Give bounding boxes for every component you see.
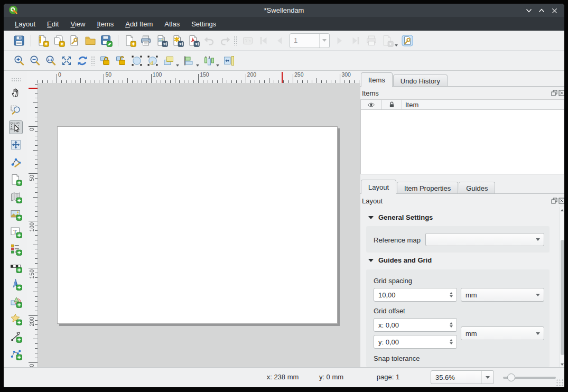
minimize-button[interactable]	[524, 6, 534, 15]
edit-nodes-item-button[interactable]	[9, 155, 23, 169]
new-layout-icon	[36, 34, 49, 47]
zoom-slider-handle[interactable]	[507, 374, 515, 381]
print-atlas-button[interactable]	[365, 34, 378, 48]
add-page-button[interactable]	[9, 173, 23, 186]
save-project-button[interactable]	[12, 34, 26, 48]
align-selected-items-button[interactable]	[182, 54, 195, 68]
duplicate-layout-button[interactable]	[52, 34, 66, 48]
close-button[interactable]	[550, 6, 559, 15]
atlas-feature-combo[interactable]: 1	[290, 33, 330, 48]
zoom-full-extent-button[interactable]	[60, 54, 73, 68]
layout-panel-scrollbar[interactable]	[559, 207, 564, 368]
add-pages-button[interactable]	[123, 34, 137, 48]
load-from-template-button[interactable]	[83, 34, 97, 48]
last-feature-button[interactable]	[349, 34, 362, 48]
refresh-view-button[interactable]	[76, 54, 89, 68]
print-layout-button[interactable]	[139, 34, 153, 48]
export-as-svg-button[interactable]	[171, 34, 184, 48]
unlock-all-items-button[interactable]	[114, 54, 128, 68]
add-legend-button[interactable]	[9, 242, 23, 256]
layout-dock-float-button[interactable]	[551, 198, 557, 204]
grid-spacing-input[interactable]: 10,00	[374, 288, 457, 302]
menu-add-item[interactable]: Add Item	[119, 18, 159, 30]
page-paper[interactable]	[57, 126, 338, 324]
select-move-item-button[interactable]	[9, 120, 23, 134]
add-map-button[interactable]	[9, 190, 23, 204]
column-item[interactable]: Item	[402, 100, 564, 109]
grid-spacing-unit-combo[interactable]: mm	[461, 288, 544, 302]
new-layout-button[interactable]	[36, 34, 50, 48]
dropdown-caret-icon	[216, 64, 219, 67]
move-item-content-button[interactable]	[9, 138, 23, 152]
items-dock-float-button[interactable]	[551, 90, 557, 96]
add-node-item-button[interactable]	[9, 347, 23, 361]
items-dock-close-button[interactable]	[558, 90, 564, 96]
tab-undo-history[interactable]: Undo History	[393, 74, 448, 87]
grid-offset-x-input[interactable]: x: 0,00	[374, 318, 457, 332]
section-guides-and-grid[interactable]: Guides and Grid	[368, 256, 432, 264]
zoom-level-combo[interactable]: 35.6%	[431, 370, 494, 384]
raise-selected-items-button[interactable]	[162, 54, 175, 68]
pan-layout-button[interactable]	[9, 86, 23, 99]
add-north-arrow-button[interactable]	[9, 277, 23, 291]
maximize-button[interactable]	[537, 6, 546, 15]
zoom-out-button[interactable]	[28, 54, 42, 68]
add-marker-button[interactable]	[9, 312, 23, 326]
grid-offset-y-input[interactable]: y: 0,00	[374, 335, 457, 349]
grid-offset-unit-combo[interactable]: mm	[461, 326, 544, 340]
spinner-buttons[interactable]	[446, 339, 457, 344]
add-label-button[interactable]: T	[9, 225, 23, 239]
scroll-up-button[interactable]	[560, 207, 564, 213]
previous-feature-button[interactable]	[273, 34, 286, 48]
select-all-items-button[interactable]	[130, 54, 144, 68]
spinner-buttons[interactable]	[446, 292, 457, 297]
distribute-selected-items-button[interactable]	[202, 54, 216, 68]
next-feature-button[interactable]	[333, 34, 347, 48]
tab-item-properties[interactable]: Item Properties	[397, 182, 458, 194]
atlas-settings-button[interactable]	[401, 34, 414, 48]
column-visibility[interactable]	[361, 100, 382, 109]
resize-grip[interactable]	[556, 379, 563, 386]
reference-map-combo[interactable]	[425, 233, 544, 246]
add-arrow-button[interactable]	[9, 330, 23, 343]
export-as-pdf-button[interactable]	[187, 34, 200, 48]
menu-settings[interactable]: Settings	[185, 18, 222, 30]
menu-edit[interactable]: Edit	[41, 18, 64, 30]
invert-selection-button[interactable]	[146, 54, 160, 68]
layout-manager-button[interactable]	[68, 34, 81, 48]
menu-view[interactable]: View	[64, 18, 91, 30]
close-icon	[558, 90, 564, 96]
redo-button[interactable]	[218, 34, 232, 48]
export-atlas-button[interactable]	[380, 34, 394, 48]
save-as-template-button[interactable]	[99, 34, 113, 48]
layout-canvas[interactable]	[38, 83, 360, 368]
zoom-actual-size-button[interactable]: 1:1	[44, 54, 58, 68]
select-all-icon	[131, 54, 143, 67]
export-as-image-button[interactable]	[155, 34, 169, 48]
undo-button[interactable]	[202, 34, 216, 48]
first-feature-button[interactable]	[257, 34, 271, 48]
add-shape-button[interactable]	[9, 295, 23, 309]
layout-dock-close-button[interactable]	[558, 198, 564, 204]
add-scalebar-button[interactable]	[9, 260, 23, 274]
zoom-slider[interactable]	[503, 377, 556, 379]
tab-layout[interactable]: Layout	[361, 180, 396, 194]
tab-guides[interactable]: Guides	[459, 182, 495, 194]
items-table-body[interactable]	[360, 110, 564, 174]
menu-layout[interactable]: Layout	[9, 18, 41, 30]
chevron-down-icon	[532, 332, 544, 335]
add-picture-button[interactable]	[9, 208, 23, 221]
lock-selected-items-button[interactable]	[98, 54, 112, 68]
section-general-settings[interactable]: General Settings	[368, 213, 433, 221]
spinner-buttons[interactable]	[446, 322, 457, 328]
tab-items[interactable]: Items	[361, 72, 393, 87]
dropdown-caret-icon	[196, 64, 199, 67]
menu-items[interactable]: Items	[91, 18, 119, 30]
zoom-in-button[interactable]	[12, 54, 26, 68]
zoom-tool-button[interactable]	[9, 103, 23, 117]
scrollbar-thumb[interactable]	[561, 240, 564, 355]
column-lock[interactable]	[382, 100, 402, 109]
preview-atlas-button[interactable]	[241, 34, 255, 48]
menu-atlas[interactable]: Atlas	[159, 18, 185, 30]
resize-selected-items-button[interactable]	[222, 54, 236, 68]
